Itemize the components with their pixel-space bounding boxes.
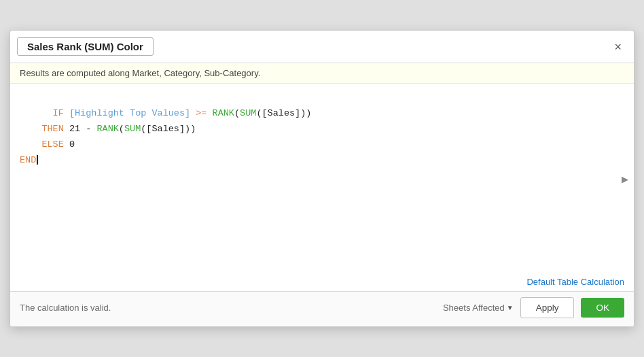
code-line-1: IF [Highlight Top Values] >= RANK(SUM([S… (53, 108, 312, 118)
code-line-3: ELSE 0 (20, 139, 75, 150)
code-line-4: END (20, 155, 38, 165)
dialog-title: Sales Rank (SUM) Color (17, 37, 154, 56)
default-table-section: Default Table Calculation (10, 274, 634, 291)
info-bar: Results are computed along Market, Categ… (10, 63, 634, 84)
ok-button[interactable]: OK (581, 298, 624, 318)
validation-status: The calculation is valid. (20, 303, 111, 313)
code-block: IF [Highlight Top Values] >= RANK(SUM([S… (20, 90, 624, 184)
code-line-2: THEN 21 - RANK(SUM([Sales])) (20, 124, 196, 134)
apply-button[interactable]: Apply (520, 297, 575, 318)
sheets-affected-dropdown[interactable]: Sheets Affected ▼ (443, 303, 514, 313)
info-text: Results are computed along Market, Categ… (20, 68, 260, 78)
dialog-header: Sales Rank (SUM) Color × (10, 31, 634, 63)
sheets-affected-label: Sheets Affected (443, 303, 505, 313)
chevron-down-icon: ▼ (507, 304, 514, 311)
calculation-dialog: Sales Rank (SUM) Color × Results are com… (10, 30, 634, 327)
footer-actions: Sheets Affected ▼ Apply OK (443, 297, 624, 318)
dialog-footer: The calculation is valid. Sheets Affecte… (10, 291, 634, 326)
expand-arrow-icon[interactable]: ▶ (622, 174, 628, 184)
close-button[interactable]: × (611, 39, 624, 54)
default-table-calculation-link[interactable]: Default Table Calculation (526, 277, 624, 287)
code-editor[interactable]: IF [Highlight Top Values] >= RANK(SUM([S… (10, 84, 634, 274)
